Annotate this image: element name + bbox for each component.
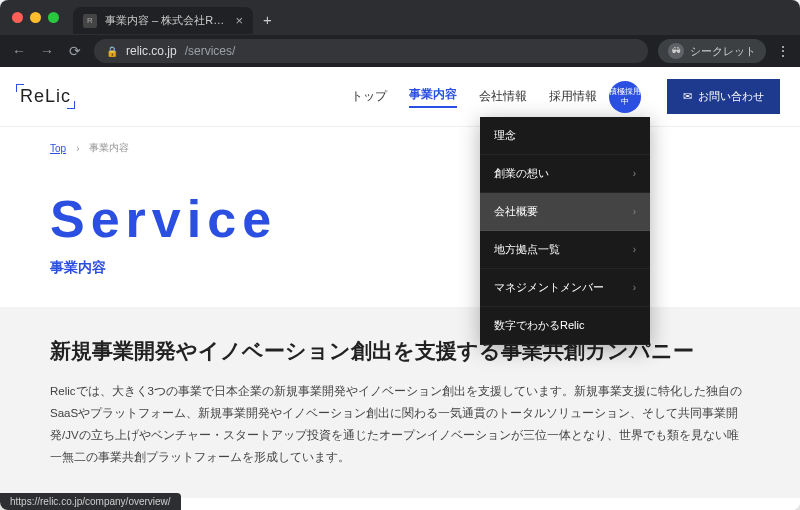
reload-button[interactable]: ⟳: [66, 43, 84, 59]
browser-window: R 事業内容 – 株式会社Relic(レリッ… × + ← → ⟳ 🔒 reli…: [0, 0, 800, 510]
breadcrumb-top[interactable]: Top: [50, 143, 66, 154]
nav-company[interactable]: 会社情報: [479, 88, 527, 105]
minimize-window-button[interactable]: [30, 12, 41, 23]
page-content: ReLic トップ 事業内容 会社情報 採用情報 積極採用中 ✉ お問い合わせ …: [0, 67, 800, 510]
intro-section: 新規事業開発やイノベーション創出を支援する事業共創カンパニー Relicでは、大…: [0, 307, 800, 498]
chrome-tab-bar: R 事業内容 – 株式会社Relic(レリッ… × +: [0, 0, 800, 35]
dropdown-item-management[interactable]: マネジメントメンバー ›: [480, 269, 650, 307]
dropdown-item-locations[interactable]: 地方拠点一覧 ›: [480, 231, 650, 269]
close-window-button[interactable]: [12, 12, 23, 23]
chevron-right-icon: ›: [633, 244, 636, 255]
dropdown-label: 地方拠点一覧: [494, 242, 560, 257]
breadcrumb-separator: ›: [76, 143, 79, 154]
contact-label: お問い合わせ: [698, 89, 764, 104]
chevron-right-icon: ›: [633, 282, 636, 293]
browser-tab[interactable]: R 事業内容 – 株式会社Relic(レリッ… ×: [73, 7, 253, 34]
main-nav: トップ 事業内容 会社情報 採用情報 積極採用中 ✉ お問い合わせ: [351, 79, 780, 114]
incognito-label: シークレット: [690, 44, 756, 59]
breadcrumb-current: 事業内容: [89, 141, 129, 155]
back-button[interactable]: ←: [10, 43, 28, 59]
section-body: Relicでは、大きく3つの事業で日本企業の新規事業開発やイノベーション創出を支…: [50, 381, 750, 468]
tab-title: 事業内容 – 株式会社Relic(レリッ…: [105, 13, 227, 28]
dropdown-label: 会社概要: [494, 204, 538, 219]
lock-icon: 🔒: [106, 46, 118, 57]
url-host: relic.co.jp: [126, 44, 177, 58]
site-header: ReLic トップ 事業内容 会社情報 採用情報 積極採用中 ✉ お問い合わせ: [0, 67, 800, 127]
nav-careers[interactable]: 採用情報: [549, 88, 597, 105]
incognito-icon: 🕶: [668, 43, 684, 59]
link-preview-status: https://relic.co.jp/company/overview/: [0, 493, 181, 510]
nav-services[interactable]: 事業内容: [409, 86, 457, 108]
dropdown-label: 創業の想い: [494, 166, 549, 181]
chevron-right-icon: ›: [633, 206, 636, 217]
url-path: /services/: [185, 44, 236, 58]
dropdown-label: マネジメントメンバー: [494, 280, 604, 295]
hero-section: Service 事業内容: [0, 169, 800, 307]
dropdown-item-founding[interactable]: 創業の想い ›: [480, 155, 650, 193]
dropdown-item-overview[interactable]: 会社概要 ›: [480, 193, 650, 231]
site-logo[interactable]: ReLic: [20, 86, 71, 107]
chevron-right-icon: ›: [633, 168, 636, 179]
contact-button[interactable]: ✉ お問い合わせ: [667, 79, 780, 114]
new-tab-button[interactable]: +: [263, 11, 272, 28]
maximize-window-button[interactable]: [48, 12, 59, 23]
traffic-lights: [12, 12, 59, 23]
dropdown-item-numbers[interactable]: 数字でわかるRelic: [480, 307, 650, 345]
chrome-toolbar: ← → ⟳ 🔒 relic.co.jp/services/ 🕶 シークレット ⋮: [0, 35, 800, 67]
browser-menu-icon[interactable]: ⋮: [776, 43, 790, 59]
hiring-badge: 積極採用中: [609, 81, 641, 113]
breadcrumb: Top › 事業内容: [0, 127, 800, 169]
favicon: R: [83, 14, 97, 28]
mail-icon: ✉: [683, 90, 692, 103]
address-bar[interactable]: 🔒 relic.co.jp/services/: [94, 39, 648, 63]
dropdown-label: 理念: [494, 128, 516, 143]
incognito-badge[interactable]: 🕶 シークレット: [658, 39, 766, 63]
close-tab-icon[interactable]: ×: [235, 14, 243, 27]
nav-top[interactable]: トップ: [351, 88, 387, 105]
dropdown-label: 数字でわかるRelic: [494, 318, 584, 333]
dropdown-item-philosophy[interactable]: 理念: [480, 117, 650, 155]
company-dropdown: 理念 創業の想い › 会社概要 › 地方拠点一覧 › マネジメントメンバー › …: [480, 117, 650, 345]
forward-button[interactable]: →: [38, 43, 56, 59]
